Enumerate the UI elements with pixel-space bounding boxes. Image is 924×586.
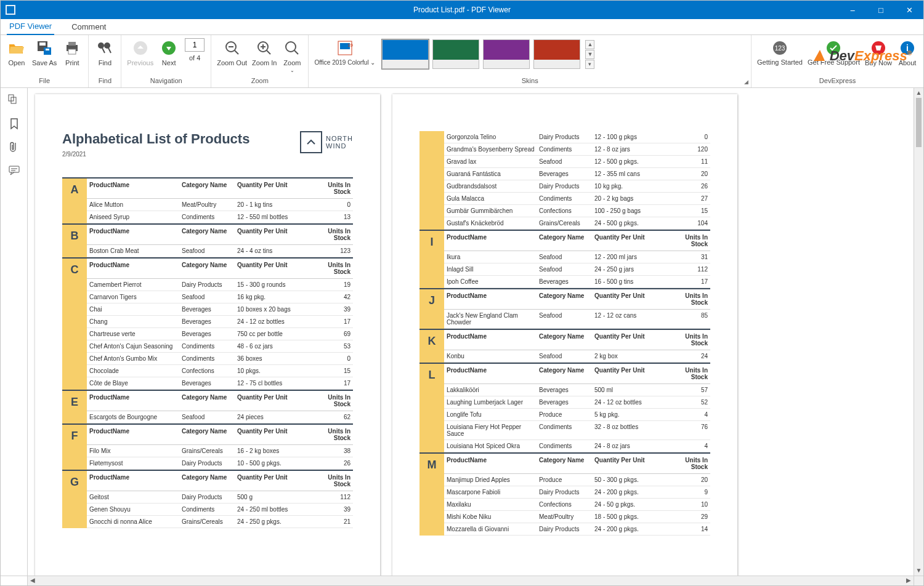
letter-group: J ProductNameCategory NameQuantity Per U… <box>419 288 710 329</box>
table-row: Chef Anton's Gumbo MixCondiments36 boxes… <box>87 353 353 365</box>
scroll-down-icon[interactable]: ▼ <box>914 566 923 576</box>
skin-purple[interactable] <box>483 39 530 69</box>
doc-date: 2/9/2021 <box>62 151 249 158</box>
letter-group: L ProductNameCategory NameQuantity Per U… <box>419 363 710 452</box>
svg-line-21 <box>294 50 298 54</box>
letter-group: I ProductNameCategory NameQuantity Per U… <box>419 230 710 288</box>
scroll-up-icon[interactable]: ▲ <box>914 88 923 98</box>
svg-rect-3 <box>39 42 46 46</box>
svg-rect-5 <box>46 49 49 50</box>
table-row: Gustaf's KnäckebrödGrains/Cereals24 - 50… <box>444 217 710 230</box>
skin-scroll-up[interactable]: ▲ <box>585 40 594 49</box>
svg-rect-4 <box>44 47 51 55</box>
table-row: GudbrandsdalsostDairy Products10 kg pkg.… <box>444 180 710 193</box>
scroll-thumb[interactable] <box>916 98 922 147</box>
letter-group: K ProductNameCategory NameQuantity Per U… <box>419 329 710 363</box>
skin-scroll-down[interactable]: ▼ <box>585 50 594 59</box>
table-row: Louisiana Fiery Hot Pepper SauceCondimen… <box>444 421 710 440</box>
open-button[interactable]: Open <box>4 37 29 68</box>
scroll-left-icon[interactable]: ◀ <box>28 576 38 585</box>
group-devexpress: DevExpress <box>755 76 920 87</box>
table-row: Guaraná FantásticaBeverages12 - 355 ml c… <box>444 168 710 180</box>
tab-comment[interactable]: Comment <box>69 20 108 34</box>
letter-box: C <box>62 259 87 390</box>
table-row: Filo MixGrains/Cereals16 - 2 kg boxes38 <box>87 445 353 457</box>
table-row: Inlagd SillSeafood24 - 250 g jars112 <box>444 263 710 276</box>
table-row: Gumbär GummibärchenConfections100 - 250 … <box>444 205 710 217</box>
find-button[interactable]: Find <box>92 37 117 68</box>
letter-box: F <box>62 425 87 470</box>
letter-group: M ProductNameCategory NameQuantity Per U… <box>419 452 710 536</box>
letter-box: B <box>62 225 87 257</box>
ribbon: Open Save As Print File Find Find Previo… <box>1 35 923 88</box>
letter-group: E ProductNameCategory NameQuantity Per U… <box>62 390 353 423</box>
sidebar <box>1 88 28 576</box>
table-row: Louisiana Hot Spiced OkraCondiments24 - … <box>444 440 710 452</box>
thumbnails-icon[interactable] <box>8 94 20 106</box>
svg-rect-8 <box>68 49 76 54</box>
table-row: IkuraSeafood12 - 200 ml jars31 <box>444 251 710 263</box>
saveas-button[interactable]: Save As <box>30 37 59 68</box>
tab-pdf-viewer[interactable]: PDF Viewer <box>7 19 54 35</box>
window-title: Product List.pdf - PDF Viewer <box>413 6 511 14</box>
maximize-button[interactable]: □ <box>867 1 895 19</box>
theme-dropdown[interactable]: 19Office 2019 Colorful ⌄ <box>312 37 377 67</box>
close-button[interactable]: ✕ <box>895 1 923 19</box>
table-row: ChangBeverages24 - 12 oz bottles17 <box>87 316 353 328</box>
skin-green[interactable] <box>432 39 479 69</box>
letter-group: B ProductNameCategory NameQuantity Per U… <box>62 223 353 257</box>
minimize-button[interactable]: ‒ <box>838 1 867 19</box>
scroll-right-icon[interactable]: ▶ <box>904 576 914 585</box>
skin-red[interactable] <box>533 39 580 69</box>
table-row: Gorgonzola TelinoDairy Products12 - 100 … <box>444 131 710 143</box>
table-row: Gula MalaccaCondiments20 - 2 kg bags27 <box>444 193 710 205</box>
document-area[interactable]: Alphabetical List of Products 2/9/2021 N… <box>28 88 914 576</box>
pdf-page-1: Alphabetical List of Products 2/9/2021 N… <box>35 94 380 576</box>
zoomin-button[interactable]: Zoom In <box>250 37 278 68</box>
horizontal-scrollbar[interactable]: ◀ ▶ <box>28 576 914 585</box>
table-row: Grandma's Boysenberry SpreadCondiments12… <box>444 143 710 156</box>
next-button[interactable]: Next <box>156 37 181 68</box>
zoom-button[interactable]: Zoom⌄ <box>280 37 304 74</box>
group-zoom: Zoom <box>215 76 304 87</box>
vertical-scrollbar[interactable]: ▲ ▼ <box>914 88 923 576</box>
table-row: Mishi Kobe NikuMeat/Poultry18 - 500 g pk… <box>444 511 710 523</box>
table-row: KonbuSeafood2 kg box24 <box>444 350 710 363</box>
skins-launcher-icon[interactable]: ◢ <box>744 78 748 86</box>
group-file: File <box>4 76 84 87</box>
print-button[interactable]: Print <box>60 37 84 68</box>
letter-box: L <box>419 364 444 452</box>
getting-started-button[interactable]: 123Getting Started <box>755 37 804 67</box>
table-row: Mascarpone FabioliDairy Products24 - 200… <box>444 486 710 499</box>
svg-text:123: 123 <box>775 45 785 52</box>
previous-button[interactable]: Previous <box>125 37 155 68</box>
svg-point-20 <box>286 42 296 52</box>
skin-gallery-expand[interactable]: ▾ <box>585 60 594 69</box>
table-row: Gnocchi di nonna AliceGrains/Cereals24 -… <box>87 516 353 528</box>
group-navigation: Navigation <box>125 76 207 87</box>
table-row: Escargots de BourgogneSeafood24 pieces62 <box>87 411 353 423</box>
letter-group: Gorgonzola TelinoDairy Products12 - 100 … <box>419 131 710 230</box>
table-row: Chef Anton's Cajun SeasoningCondiments48… <box>87 340 353 353</box>
zoomout-button[interactable]: Zoom Out <box>215 37 249 68</box>
letter-box: M <box>419 454 444 536</box>
group-skins: Skins◢ <box>312 76 747 87</box>
pdf-page-2: Gorgonzola TelinoDairy Products12 - 100 … <box>392 94 737 576</box>
bookmarks-icon[interactable] <box>8 118 20 130</box>
svg-line-19 <box>267 50 270 54</box>
table-row: Camembert PierrotDairy Products15 - 300 … <box>87 279 353 291</box>
comments-icon[interactable] <box>8 164 20 177</box>
table-row: Laughing Lumberjack LagerBeverages24 - 1… <box>444 396 710 409</box>
letter-box: A <box>62 179 87 223</box>
letter-group: C ProductNameCategory NameQuantity Per U… <box>62 257 353 390</box>
skin-blue[interactable] <box>382 39 429 69</box>
table-row: Mozzarella di GiovanniDairy Products24 -… <box>444 523 710 536</box>
letter-box: G <box>62 471 87 528</box>
letter-box: J <box>419 289 444 329</box>
letter-box: I <box>419 231 444 288</box>
svg-rect-1 <box>7 6 14 14</box>
attachments-icon[interactable] <box>8 141 20 153</box>
letter-box <box>419 131 444 230</box>
table-row: Côte de BlayeBeverages12 - 75 cl bottles… <box>87 377 353 390</box>
page-input[interactable] <box>185 38 205 52</box>
